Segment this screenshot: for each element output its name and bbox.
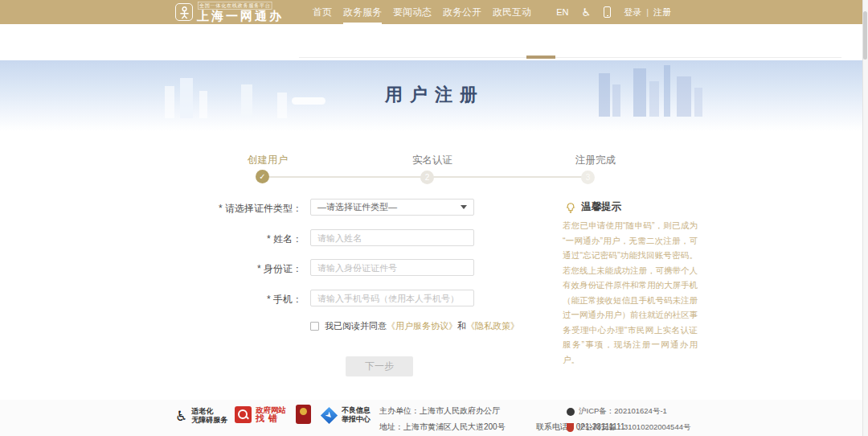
nav-item-services[interactable]: 政务服务: [342, 0, 383, 24]
main-nav: 首页 政务服务 要闻动态 政务公开 政民互动: [311, 0, 533, 24]
login-link[interactable]: 登录: [624, 6, 641, 19]
a11y-line1: 适老化: [191, 407, 213, 415]
step-marker-create: ✓: [256, 170, 269, 183]
site-error-badge[interactable]: 政府网站 找错: [235, 405, 286, 423]
step-marker-done: 3: [581, 171, 595, 184]
step-label-create: 创建用户: [248, 154, 288, 167]
government-emblem-badge[interactable]: [296, 405, 311, 424]
top-header: 全国一体化在线政务服务平台 上海一网通办 首页 政务服务 要闻动态 政务公开 政…: [0, 0, 868, 24]
nav-item-disclosure[interactable]: 政务公开: [441, 0, 483, 24]
next-step-button[interactable]: 下一步: [346, 356, 413, 376]
name-label: * 姓名：: [141, 232, 302, 246]
agreement-conjunction: 和: [457, 320, 466, 332]
tips-header: 温馨提示: [565, 200, 621, 214]
divider-dash: [526, 56, 555, 59]
a11y-line2: 无障碍服务: [191, 416, 227, 424]
icp-record[interactable]: 沪ICP备：202101624号-1: [567, 406, 667, 417]
footer-address: 地址：上海市黄浦区人民大道200号: [379, 422, 506, 433]
magnifier-icon: [235, 406, 252, 423]
page-title: 用户注册: [0, 83, 862, 107]
person-icon: [177, 5, 192, 20]
mobile-app-icon[interactable]: [604, 6, 611, 18]
tips-title: 温馨提示: [581, 200, 621, 214]
accessibility-service[interactable]: ♿ 适老化 无障碍服务: [175, 407, 227, 425]
page-footer: ♿ 适老化 无障碍服务 政府网站 找错 不良信息 举报中心 主办单位：上海市人民…: [0, 400, 862, 436]
step-label-done: 注册完成: [575, 154, 616, 167]
security-record[interactable]: 沪公网安备：31010202004544号: [567, 422, 690, 433]
security-text: 沪公网安备：31010202004544号: [578, 422, 690, 433]
register-page: 全国一体化在线政务服务平台 上海一网通办 首页 政务服务 要闻动态 政务公开 政…: [0, 0, 868, 436]
cert-type-select[interactable]: —请选择证件类型—: [310, 199, 474, 216]
report-line2: 举报中心: [342, 415, 371, 423]
site-error-line2: 找错: [256, 413, 281, 423]
name-input[interactable]: [310, 229, 474, 246]
agreement-row: 我已阅读并同意 《用户服务协议》 和 《隐私政策》: [310, 320, 519, 332]
tips-body: 若您已申请使用“随申码”，则已成为“一网通办”用户，无需二次注册，可通过“忘记密…: [563, 218, 698, 367]
browser-scrollbar[interactable]: [862, 0, 868, 436]
footer-organizer: 主办单位：上海市人民政府办公厅: [379, 405, 500, 417]
nav-item-news[interactable]: 要闻动态: [391, 0, 433, 24]
icp-text: 沪ICP备：202101624号-1: [579, 406, 667, 417]
step-label-verify: 实名认证: [412, 154, 452, 167]
cert-type-value: —请选择证件类型—: [317, 201, 397, 213]
report-center-badge[interactable]: 不良信息 举报中心: [323, 406, 371, 424]
chevron-down-icon: [461, 205, 467, 209]
page-banner: 用户注册: [0, 60, 862, 131]
phone-input[interactable]: [310, 290, 474, 306]
id-card-label: * 身份证：: [141, 262, 302, 276]
wheelchair-icon: ♿: [175, 409, 187, 423]
login-register-divider: |: [646, 7, 649, 17]
site-title[interactable]: 上海一网通办: [197, 9, 284, 24]
report-line1: 不良信息: [342, 406, 371, 414]
nav-item-interaction[interactable]: 政民互动: [491, 0, 533, 24]
id-card-input[interactable]: [310, 259, 474, 276]
divider-line: [299, 57, 841, 58]
icp-icon: [567, 408, 575, 416]
nav-item-home[interactable]: 首页: [311, 0, 334, 24]
accessibility-icon[interactable]: ♿: [581, 7, 591, 18]
cert-type-label: * 请选择证件类型：: [141, 202, 302, 216]
security-shield-icon: [567, 423, 574, 432]
terms-link[interactable]: 《用户服务协议》: [387, 320, 457, 332]
report-diamond-icon: [321, 406, 338, 423]
lightbulb-icon: [565, 202, 576, 213]
agreement-prefix: 我已阅读并同意: [325, 320, 387, 332]
site-logo-icon[interactable]: [175, 3, 193, 21]
language-switch[interactable]: EN: [556, 7, 568, 17]
agreement-checkbox[interactable]: [310, 322, 319, 331]
scrollbar-thumb[interactable]: [863, 11, 867, 60]
phone-label: * 手机：: [141, 293, 302, 306]
step-marker-verify: 2: [420, 171, 434, 184]
register-link[interactable]: 注册: [653, 6, 671, 19]
header-right-tools: EN ♿ 登录 | 注册: [556, 0, 671, 24]
privacy-link[interactable]: 《隐私政策》: [466, 320, 519, 332]
